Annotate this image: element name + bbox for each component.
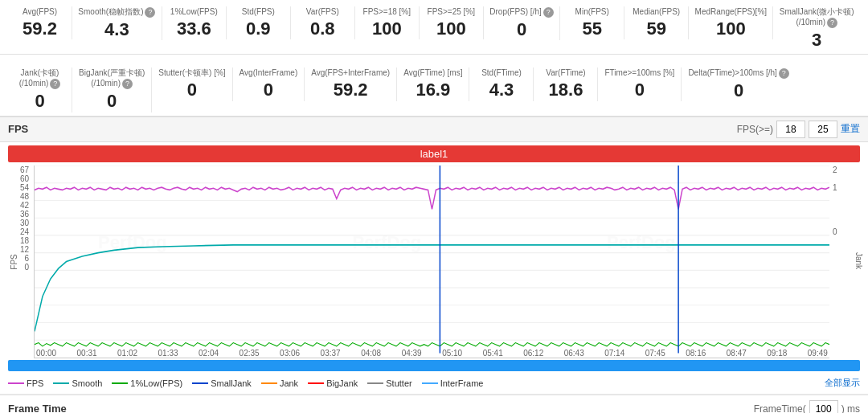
frame-time-section: Frame Time FrameTime( ) ms — [0, 395, 868, 414]
smalljank-help-icon[interactable]: ? — [827, 18, 837, 28]
x-tick-16: 08:16 — [686, 349, 706, 358]
legend-stutter-label: Stutter — [386, 378, 411, 388]
stat-avg-interframe-label: Avg(InterFrame) — [240, 67, 298, 78]
smooth-help-icon[interactable]: ? — [145, 7, 155, 18]
x-tick-7: 03:37 — [321, 349, 341, 358]
legend-fps-line — [8, 382, 24, 384]
y-right-0: 0 — [833, 227, 837, 236]
stat-fps-ge-25: FPS>=25 [%] 100 — [420, 6, 484, 39]
y-left-54: 54 — [20, 183, 29, 192]
frametime-input[interactable] — [809, 400, 838, 414]
stat-low1-fps: 1%Low(FPS) 33.6 — [162, 6, 227, 39]
legend-smalljank[interactable]: SmallJank — [192, 378, 252, 388]
stat-avg-ftime: Avg(FTime) [ms] 16.9 — [397, 67, 469, 100]
stat-medrange-fps-label: MedRange(FPS)[%] — [695, 6, 767, 17]
legend-jank-line — [261, 382, 277, 384]
bigjank-help-icon[interactable]: ? — [122, 79, 133, 89]
y-right-1: 1 — [833, 183, 837, 192]
stat-drop-fps: Drop(FPS) [/h]? 0 — [484, 6, 560, 40]
x-tick-19: 09:49 — [808, 349, 828, 358]
legend-stutter[interactable]: Stutter — [367, 378, 411, 388]
stats-section-row1: Avg(FPS) 59.2 Smooth(稳帧指数)? 4.3 1%Low(FP… — [0, 0, 868, 55]
stat-fps-ge-25-label: FPS>=25 [%] — [428, 6, 475, 17]
stat-jank-label: Jank(卡顿)(/10min)? — [19, 67, 61, 89]
legend: FPS Smooth 1%Low(FPS) SmallJank Jank Big… — [8, 375, 483, 391]
x-tick-3: 01:33 — [158, 349, 178, 358]
y-right-blank1 — [833, 174, 835, 183]
stat-median-fps-value: 59 — [646, 18, 665, 39]
legend-jank-label: Jank — [280, 378, 298, 388]
reset-button[interactable]: 重置 — [841, 122, 860, 136]
stats-row-1: Avg(FPS) 59.2 Smooth(稳帧指数)? 4.3 1%Low(FP… — [8, 6, 860, 51]
frametime-unit: ) ms — [841, 403, 860, 414]
x-tick-17: 08:47 — [727, 349, 747, 358]
stat-avg-ftime-value: 16.9 — [416, 80, 450, 100]
y-left-18: 18 — [20, 236, 29, 245]
legend-container: FPS Smooth 1%Low(FPS) SmallJank Jank Big… — [0, 373, 868, 395]
x-tick-11: 05:41 — [483, 349, 503, 358]
y-left-42: 42 — [20, 201, 29, 210]
stat-smalljank-value: 3 — [812, 30, 821, 51]
stat-fps-ge-25-value: 100 — [436, 18, 466, 39]
legend-smooth-line — [53, 382, 69, 384]
stats-row-2: Jank(卡顿)(/10min)? 0 BigJank(严重卡顿)(/10min… — [8, 67, 860, 112]
y-left-30: 30 — [20, 219, 29, 227]
stat-var-ftime-value: 18.6 — [549, 80, 583, 100]
scrollbar[interactable] — [8, 360, 860, 371]
legend-smooth[interactable]: Smooth — [53, 378, 102, 388]
stat-avg-fps-interframe-label: Avg(FPS+InterFrame) — [311, 67, 390, 78]
legend-fps[interactable]: FPS — [8, 378, 43, 388]
stat-std-fps: Std(FPS) 0.9 — [227, 6, 291, 39]
stat-std-ftime: Std(FTime) 4.3 — [469, 67, 534, 100]
stat-min-fps-value: 55 — [582, 18, 601, 39]
stat-bigjank-value: 0 — [107, 91, 117, 112]
delta-ftime-help-icon[interactable]: ? — [779, 68, 789, 79]
frametime-label: FrameTime( — [754, 403, 806, 414]
legend-fps-label: FPS — [27, 378, 43, 388]
stat-var-ftime-label: Var(FTime) — [546, 67, 585, 78]
chart-plot[interactable]: PerfDog PerfDog PerfDog — [34, 166, 829, 358]
stat-low1-fps-label: 1%Low(FPS) — [170, 6, 218, 17]
stats-section-row2: Jank(卡顿)(/10min)? 0 BigJank(严重卡顿)(/10min… — [0, 61, 868, 116]
stat-medrange-fps: MedRange(FPS)[%] 100 — [689, 6, 773, 39]
stat-ftime-ge-100: FTime>=100ms [%] 0 — [598, 67, 682, 100]
stat-stutter-value: 0 — [187, 80, 197, 100]
y-left-67: 67 — [20, 166, 29, 174]
y-axis-left-container: FPS 67 60 54 48 42 36 30 24 18 12 6 0 — [8, 166, 34, 358]
y-right-label: Jank — [854, 252, 863, 269]
select-all-button[interactable]: 全部显示 — [825, 377, 860, 389]
y-left-48: 48 — [20, 192, 29, 201]
legend-1pct-low[interactable]: 1%Low(FPS) — [112, 378, 182, 388]
legend-interframe-label: InterFrame — [440, 378, 484, 388]
stat-std-fps-value: 0.9 — [246, 18, 271, 39]
fps-input-2[interactable] — [809, 121, 837, 138]
stat-min-fps-label: Min(FPS) — [575, 6, 609, 17]
drop-fps-help-icon[interactable]: ? — [543, 7, 554, 18]
x-tick-14: 07:14 — [604, 349, 624, 358]
legend-interframe[interactable]: InterFrame — [422, 378, 484, 388]
jank-help-icon[interactable]: ? — [50, 79, 60, 89]
stat-min-fps: Min(FPS) 55 — [560, 6, 624, 39]
stat-std-fps-label: Std(FPS) — [242, 6, 275, 17]
stat-avg-fps-interframe: Avg(FPS+InterFrame) 59.2 — [305, 67, 397, 100]
stat-ftime-ge-100-value: 0 — [635, 80, 645, 100]
y-right-blank2 — [833, 192, 835, 201]
stat-smooth: Smooth(稳帧指数)? 4.3 — [72, 6, 162, 40]
fps-input-1[interactable] — [776, 121, 805, 138]
x-tick-15: 07:45 — [645, 349, 665, 358]
chart-container: label1 FPS 67 60 54 48 42 36 30 24 18 12… — [0, 142, 868, 371]
legend-bigjank-label: BigJank — [326, 378, 358, 388]
stat-median-fps: Median(FPS) 59 — [624, 6, 689, 39]
y-axis-right-container: 2 1 0 Jank — [829, 166, 860, 358]
stat-smalljank: SmallJank(微小卡顿)(/10min)? 3 — [773, 6, 860, 51]
legend-bigjank-line — [308, 382, 324, 384]
stat-std-ftime-value: 4.3 — [489, 80, 514, 100]
legend-bigjank[interactable]: BigJank — [308, 378, 358, 388]
stat-var-fps-label: Var(FPS) — [306, 6, 339, 17]
x-tick-2: 01:02 — [117, 349, 137, 358]
stat-stutter-label: Stutter(卡顿率) [%] — [158, 67, 225, 78]
y-left-12: 12 — [20, 245, 29, 254]
stat-fps-ge-18: FPS>=18 [%] 100 — [355, 6, 420, 39]
stat-avg-fps-interframe-value: 59.2 — [334, 80, 368, 100]
legend-jank[interactable]: Jank — [261, 378, 298, 388]
